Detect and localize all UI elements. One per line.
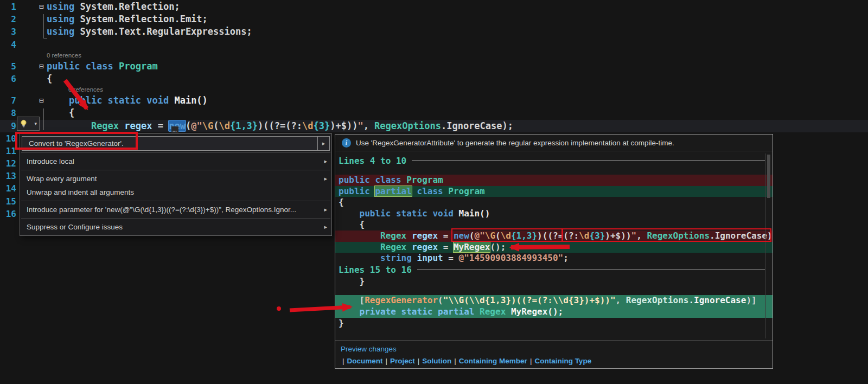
preview-footer: Preview changes |Document|Project|Soluti…: [335, 341, 773, 368]
line-number: 7: [0, 94, 18, 107]
diff-block-added[interactable]: [RegexGenerator("\\G(\\d{1,3})((?=(?:\\d…: [335, 295, 773, 306]
quick-action-ellipsis-hint[interactable]: …: [171, 126, 178, 133]
menu-item-convert-to-regexgenerator[interactable]: Convert to 'RegexGenerator'. ▸: [22, 136, 330, 151]
code-token: input: [417, 253, 443, 263]
preview-info-text: Use 'RegexGeneratorAttribute' to generat…: [356, 139, 674, 147]
code-token: Regex: [480, 306, 506, 317]
preview-changes-link[interactable]: Preview changes: [341, 345, 767, 353]
diff-line-removed[interactable]: public class Program: [335, 175, 773, 186]
code-token: }: [339, 318, 344, 328]
code-token: \d: [501, 231, 511, 241]
fold-collapse-icon[interactable]: ⊟: [39, 94, 43, 107]
lightbulb-icon: [20, 119, 28, 128]
preview-code-line[interactable]: {: [335, 197, 773, 208]
vs-editor-screen: 1 ⊟ using System.Reflection; 2 using Sys…: [0, 0, 868, 384]
diff-line-added[interactable]: public partial class Program: [335, 186, 773, 197]
scope-link-containing-member[interactable]: Containing Member: [459, 357, 527, 365]
gutter: ⊟: [18, 1, 47, 13]
preview-code-line[interactable]: }: [335, 276, 773, 287]
line-number: 9: [0, 120, 18, 132]
line-number: 11: [0, 145, 18, 157]
code-text: public static void Main(): [47, 94, 868, 107]
scope-link-document[interactable]: Document: [347, 357, 383, 365]
editor-line[interactable]: 4: [0, 39, 868, 51]
pipe-separator: |: [418, 357, 420, 365]
line-number: 6: [0, 73, 18, 85]
code-token: )+$)): [605, 231, 631, 241]
code-token: [339, 231, 380, 241]
preview-blank-line: [335, 167, 773, 175]
chevron-down-icon[interactable]: ▾: [34, 121, 37, 126]
line-number: 4: [0, 39, 18, 51]
code-text: using System.Reflection;: [47, 1, 868, 13]
scrollbar-thumb[interactable]: [767, 155, 770, 198]
codelens-references[interactable]: 0 references: [0, 51, 868, 60]
editor-line[interactable]: 2 using System.Reflection.Emit;: [0, 13, 868, 25]
pipe-separator: |: [530, 357, 532, 365]
scope-link-solution[interactable]: Solution: [422, 357, 451, 365]
preview-code-line[interactable]: string input = @"14590903884993450";: [335, 253, 773, 264]
scope-link-project[interactable]: Project: [390, 357, 415, 365]
preview-scrollbar[interactable]: [765, 153, 771, 338]
codelens-label[interactable]: 0 references: [68, 85, 103, 94]
code-token: );: [502, 120, 513, 131]
line-number: 3: [0, 25, 18, 38]
editor-line-current[interactable]: 9 Regex regex = new(@"\G(\d{1,3})((?=(?:…: [0, 120, 868, 132]
line-number: 2: [0, 13, 18, 25]
editor-line[interactable]: 5 ⊟ public class Program: [0, 60, 868, 73]
preview-code-line[interactable]: }: [335, 318, 773, 329]
menu-item-wrap-every-argument[interactable]: Wrap every argument ▸: [20, 172, 331, 185]
diff-line-added[interactable]: Regex regex = MyRegex();: [335, 242, 773, 253]
code-token: .IgnoreCase: [710, 231, 767, 241]
pipe-separator: |: [342, 357, 344, 365]
pipe-separator: |: [454, 357, 456, 365]
code-token: [339, 242, 380, 252]
code-token: public class: [339, 175, 406, 185]
menu-item-suppress-or-configure[interactable]: Suppress or Configure issues ▸: [20, 220, 331, 234]
fold-collapse-icon[interactable]: ⊟: [39, 1, 43, 13]
code-token: =: [443, 253, 459, 263]
editor-line[interactable]: 7 ⊟ public static void Main(): [0, 94, 868, 107]
menu-item-label: Wrap every argument: [27, 175, 318, 183]
codelens-references[interactable]: 0 references: [0, 85, 868, 94]
line-number: 14: [0, 182, 18, 195]
editor-line[interactable]: 8 {: [0, 107, 868, 119]
editor-line[interactable]: 1 ⊟ using System.Reflection;: [0, 1, 868, 13]
diff-line-removed[interactable]: Regex regex = new(@"\G(\d{1,3})((?=(?:\d…: [335, 231, 773, 242]
code-token: \d: [579, 231, 589, 241]
code-token: regex: [124, 120, 152, 131]
code-token: string: [380, 253, 412, 263]
codelens-label[interactable]: 0 references: [47, 51, 81, 60]
menu-item-label: Unwrap and indent all arguments: [27, 188, 327, 196]
menu-item-unwrap-and-indent[interactable]: Unwrap and indent all arguments: [20, 185, 331, 199]
code-token: MyRegex: [454, 242, 490, 252]
code-token: [406, 242, 412, 252]
editor-line[interactable]: 3 using System.Text.RegularExpressions;: [0, 25, 868, 38]
code-token: ": [631, 231, 637, 241]
code-token: Main(): [174, 95, 207, 106]
scope-link-containing-type[interactable]: Containing Type: [534, 357, 591, 365]
code-token: (: [186, 120, 191, 131]
menu-item-label: Suppress or Configure issues: [27, 223, 318, 231]
gutter: ⊟: [18, 60, 47, 73]
menu-item-introduce-local[interactable]: Introduce local ▸: [20, 155, 331, 168]
submenu-arrow-icon: ▸: [318, 158, 327, 165]
code-token: [339, 306, 360, 317]
diff-block-added[interactable]: private static partial Regex MyRegex();: [335, 306, 773, 318]
preview-code-line[interactable]: public static void Main(): [335, 208, 773, 220]
menu-item-introduce-parameter[interactable]: Introduce parameter for 'new(@"\G(\d{1,3…: [20, 203, 331, 216]
fold-collapse-icon[interactable]: ⊟: [39, 60, 43, 73]
preview-header: i Use 'RegexGeneratorAttribute' to gener…: [335, 135, 773, 151]
code-token: System.Text.RegularExpressions;: [80, 26, 252, 37]
fold-scope-guide: [43, 108, 47, 130]
editor-line[interactable]: 6 {: [0, 73, 868, 85]
line-number: 8: [0, 107, 18, 119]
submenu-arrow-icon[interactable]: ▸: [317, 137, 329, 150]
code-token: private static partial: [360, 306, 480, 317]
code-token: "\\G(\\d{1,3})((?=(?:\\d{3})+$))": [443, 295, 616, 305]
apply-scope-links: |Document|Project|Solution|Containing Me…: [340, 357, 768, 365]
quick-actions-lightbulb[interactable]: ▾: [17, 117, 40, 131]
code-token: [: [339, 295, 365, 305]
preview-code-line[interactable]: {: [335, 219, 773, 231]
code-token: Program: [406, 175, 443, 185]
